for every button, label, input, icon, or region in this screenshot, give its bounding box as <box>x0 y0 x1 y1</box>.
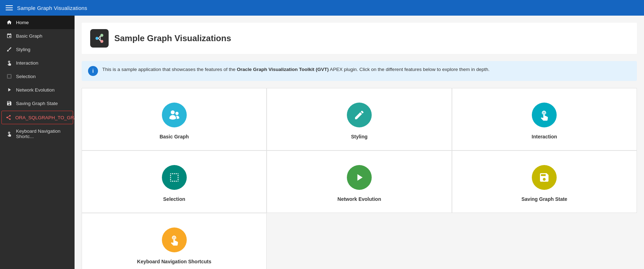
card-icon-basic-graph <box>162 103 187 127</box>
card-icon-selection <box>162 165 187 190</box>
card-label-keyboard-nav: Keyboard Navigation Shortcuts <box>137 259 211 264</box>
card-keyboard-nav[interactable]: Keyboard Navigation Shortcuts <box>82 213 267 269</box>
brush-icon <box>6 46 12 53</box>
sidebar-item-home[interactable]: Home <box>0 16 75 29</box>
card-network-evolution[interactable]: Network Evolution <box>267 150 452 213</box>
sidebar-label-interaction: Interaction <box>16 60 38 66</box>
sidebar-label-styling: Styling <box>16 47 31 52</box>
network-icon <box>6 87 12 93</box>
info-banner: i This is a sample application that show… <box>82 61 637 81</box>
card-label-network-evolution: Network Evolution <box>338 196 381 202</box>
page-title: Sample Graph Visualizations <box>114 33 231 43</box>
header-card: Sample Graph Visualizations <box>82 23 637 54</box>
app-title: Sample Graph Visualizations <box>17 5 87 11</box>
sidebar-item-styling[interactable]: Styling <box>0 43 75 56</box>
hamburger-menu[interactable] <box>6 5 13 10</box>
svg-point-1 <box>100 34 104 37</box>
card-label-interaction: Interaction <box>532 134 557 139</box>
card-icon-interaction <box>532 103 557 127</box>
home-icon <box>6 19 12 26</box>
graph-icon <box>6 33 12 39</box>
sidebar-label-selection: Selection <box>16 74 36 79</box>
card-label-saving-graph-state: Saving Graph State <box>522 196 567 202</box>
keyboard-icon <box>6 131 12 137</box>
card-saving-graph-state[interactable]: Saving Graph State <box>452 150 637 213</box>
sidebar: Home Basic Graph Styling Interaction <box>0 16 75 269</box>
card-label-styling: Styling <box>351 134 368 139</box>
sidebar-item-selection[interactable]: Selection <box>0 70 75 83</box>
card-icon-keyboard-nav <box>162 227 187 252</box>
cards-grid: Basic Graph Styling Interaction <box>82 88 637 269</box>
card-styling[interactable]: Styling <box>267 88 452 150</box>
info-text: This is a sample application that showca… <box>102 66 490 73</box>
card-interaction[interactable]: Interaction <box>452 88 637 150</box>
sidebar-item-interaction[interactable]: Interaction <box>0 56 75 70</box>
card-basic-graph[interactable]: Basic Graph <box>82 88 267 150</box>
save-icon <box>6 100 12 106</box>
sidebar-label-ora-sqlgraph: ORA_SQLGRAPH_TO_GRAPH <box>15 115 75 120</box>
sidebar-item-basic-graph[interactable]: Basic Graph <box>0 29 75 43</box>
svg-point-2 <box>100 40 104 43</box>
main-content: Sample Graph Visualizations i This is a … <box>75 16 644 269</box>
card-icon-saving-graph-state <box>532 165 557 190</box>
sidebar-item-keyboard-nav[interactable]: Keyboard Navigation Shortc... <box>0 125 75 143</box>
sidebar-label-saving-graph-state: Saving Graph State <box>16 101 58 106</box>
topbar: Sample Graph Visualizations <box>0 0 644 16</box>
share-icon <box>5 114 12 121</box>
info-icon: i <box>88 66 98 76</box>
hand-icon <box>6 60 12 66</box>
card-icon-styling <box>347 103 372 127</box>
sidebar-item-network-evolution[interactable]: Network Evolution <box>0 83 75 97</box>
sidebar-label-home: Home <box>16 20 29 25</box>
sidebar-label-network-evolution: Network Evolution <box>16 87 55 93</box>
selection-icon <box>6 73 12 79</box>
card-selection[interactable]: Selection <box>82 150 267 213</box>
card-label-selection: Selection <box>163 196 185 202</box>
card-label-basic-graph: Basic Graph <box>159 134 189 139</box>
sidebar-label-keyboard-nav: Keyboard Navigation Shortc... <box>16 128 70 139</box>
sidebar-item-saving-graph-state[interactable]: Saving Graph State <box>0 97 75 110</box>
sidebar-label-basic-graph: Basic Graph <box>16 33 42 39</box>
sidebar-item-ora-sqlgraph[interactable]: ORA_SQLGRAPH_TO_GRAPH <box>1 111 73 124</box>
svg-point-0 <box>95 37 99 40</box>
card-icon-network-evolution <box>347 165 372 190</box>
app-logo <box>90 29 109 48</box>
